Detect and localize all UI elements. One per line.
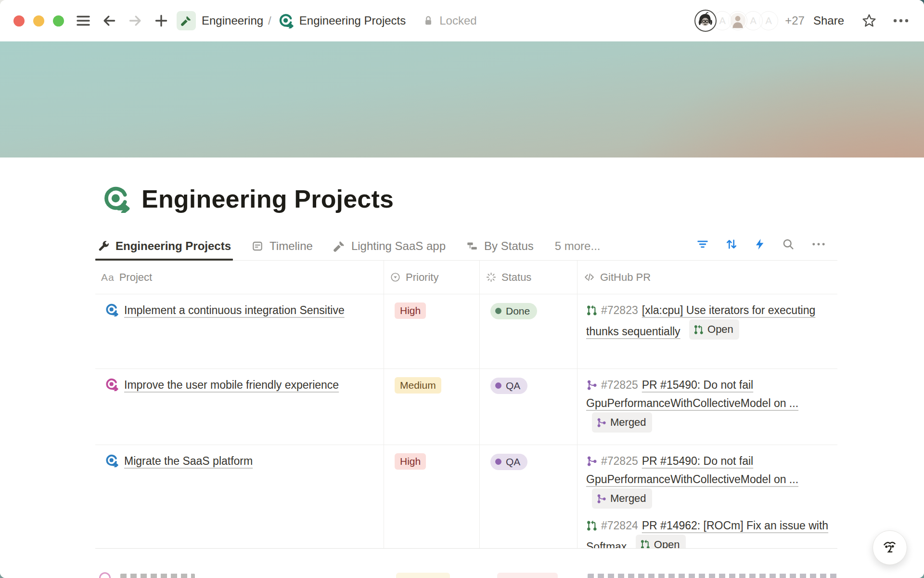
git-merge-icon [586, 380, 597, 391]
status-dot [495, 459, 501, 465]
view-controls [696, 237, 827, 251]
favorite-star-icon[interactable] [861, 13, 877, 28]
column-header-status[interactable]: Status [480, 261, 578, 294]
project-cell[interactable]: Implement a continuous integration Sensi… [95, 294, 384, 368]
collaborator-overflow-count[interactable]: +27 [785, 14, 805, 27]
minimize-window-button[interactable] [33, 15, 44, 26]
notion-ai-button[interactable] [873, 530, 907, 565]
git-pull-request-icon [586, 305, 597, 316]
status-dot [495, 308, 501, 314]
workspace-hammer-icon[interactable] [177, 11, 196, 30]
tab-label: By Status [484, 239, 534, 253]
partial-next-row [95, 571, 837, 578]
table-row: Migrate the SaaS platform High QA #72825… [95, 445, 837, 548]
lock-icon [422, 14, 435, 27]
status-pill[interactable]: Done [490, 303, 537, 319]
status-cell[interactable]: QA [480, 369, 578, 445]
page-icon-cycle[interactable] [102, 185, 130, 213]
search-icon[interactable] [782, 237, 795, 251]
breadcrumb-page[interactable]: Engineering Projects [299, 14, 406, 27]
git-pull-request-icon [640, 539, 650, 548]
project-cell[interactable]: Migrate the SaaS platform [95, 445, 384, 548]
priority-cell[interactable]: High [384, 294, 480, 368]
priority-cell[interactable]: Medium [384, 369, 480, 445]
project-cell[interactable]: Improve the user mobile friendly experie… [95, 369, 384, 445]
traffic-lights [13, 15, 64, 26]
forward-icon[interactable] [127, 12, 144, 29]
git-merge-icon [596, 494, 606, 504]
status-label: Done [506, 304, 530, 318]
locked-label: Locked [439, 14, 476, 27]
git-merge-icon [586, 456, 597, 467]
lock-status[interactable]: Locked [422, 14, 476, 27]
pr-mention-number: #72823 [601, 304, 638, 316]
tab-engineering-projects[interactable]: Engineering Projects [95, 236, 233, 260]
tab-lighting-saas-app[interactable]: Lighting SaaS app [331, 236, 448, 260]
share-button[interactable]: Share [813, 14, 844, 27]
avatar[interactable] [694, 10, 717, 32]
sort-icon[interactable] [725, 237, 738, 251]
table-row: Improve the user mobile friendly experie… [95, 369, 837, 445]
priority-chip[interactable]: Medium [395, 377, 441, 394]
tab-timeline[interactable]: Timeline [249, 236, 315, 260]
column-header-project[interactable]: Aa Project [95, 261, 384, 294]
status-label: QA [506, 379, 520, 393]
wrench-icon [97, 240, 110, 252]
column-label: Status [501, 271, 531, 284]
status-dot [495, 382, 501, 389]
project-title-link[interactable]: Migrate the SaaS platform [124, 455, 253, 467]
status-pill[interactable]: QA [490, 454, 527, 470]
github-pr-cell[interactable]: #72825PR #15490: Do not fail GpuPerforma… [578, 445, 837, 548]
back-icon[interactable] [101, 12, 118, 29]
pr-mention-number: #72824 [601, 519, 638, 532]
column-header-github-pr[interactable]: GitHub PR [578, 261, 837, 294]
title-property-icon: Aa [101, 272, 115, 283]
clipped-project-title [120, 574, 195, 578]
new-page-icon[interactable] [153, 12, 170, 29]
priority-cell[interactable]: High [384, 445, 480, 548]
automation-lightning-icon[interactable] [754, 238, 766, 250]
column-label: Priority [406, 271, 438, 284]
project-title-link[interactable]: Improve the user mobile friendly experie… [124, 379, 339, 391]
view-more-options-icon[interactable] [810, 237, 827, 251]
pr-state-label: Merged [610, 489, 646, 508]
pr-state-badge[interactable]: Merged [592, 412, 652, 433]
more-options-icon[interactable] [891, 13, 911, 28]
close-window-button[interactable] [13, 15, 25, 26]
priority-chip[interactable]: High [395, 302, 426, 319]
git-pull-request-icon [586, 520, 597, 531]
pr-mention-number: #72825 [601, 379, 638, 391]
github-pr-cell[interactable]: #72825PR #15490: Do not fail GpuPerforma… [578, 369, 837, 445]
sidebar-menu-icon[interactable] [75, 12, 92, 29]
project-page-cycle-icon [99, 572, 111, 578]
pr-state-badge[interactable]: Merged [592, 488, 652, 509]
pr-mention-number: #72825 [601, 455, 638, 467]
pr-state-badge[interactable]: Open [689, 319, 739, 340]
clipped-github-pr-text [588, 574, 837, 578]
pr-state-badge[interactable]: Open [636, 535, 686, 549]
zoom-window-button[interactable] [53, 15, 64, 26]
project-page-cycle-icon [105, 378, 118, 391]
page-title[interactable]: Engineering Projects [141, 184, 394, 213]
breadcrumb-workspace[interactable]: Engineering [202, 14, 263, 27]
page-header: Engineering Projects [102, 184, 837, 214]
titlebar: Engineering / Engineering Projects Locke… [0, 0, 924, 41]
github-pr-cell[interactable]: #72823[xla:cpu] Use iterators for execut… [578, 294, 837, 368]
filter-icon[interactable] [696, 237, 709, 251]
page-cover-image [0, 41, 924, 158]
more-views-link[interactable]: 5 more... [555, 239, 601, 257]
collaborator-avatars: A A A [694, 10, 778, 32]
project-title-link[interactable]: Implement a continuous integration Sensi… [124, 304, 345, 316]
pr-entry: #72824PR #14962: [ROCm] Fix an issue wit… [586, 516, 832, 549]
status-cell[interactable]: Done [480, 294, 578, 368]
pr-state-label: Open [707, 320, 733, 339]
status-pill[interactable]: QA [490, 378, 527, 394]
status-cell[interactable]: QA [480, 445, 578, 548]
app-window: Engineering / Engineering Projects Locke… [0, 0, 924, 578]
page-cycle-icon[interactable] [278, 13, 294, 28]
tab-by-status[interactable]: By Status [464, 236, 536, 260]
column-header-priority[interactable]: Priority [384, 261, 480, 294]
priority-chip[interactable]: High [395, 453, 426, 470]
breadcrumb: Engineering / Engineering Projects Locke… [170, 11, 477, 30]
status-label: QA [506, 455, 520, 469]
